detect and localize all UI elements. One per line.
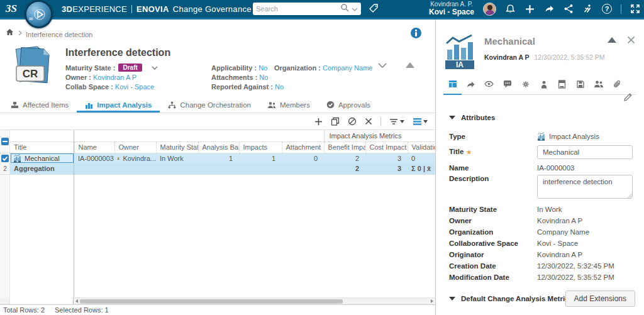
col-title[interactable]: Title xyxy=(10,141,74,153)
search-icon[interactable] xyxy=(340,3,349,14)
change-request-type-icon: CR xyxy=(9,43,58,99)
type-value: Impact Analysis xyxy=(537,132,599,141)
header-properties-col2: Applicability : No Attachments : No Repo… xyxy=(211,63,284,91)
table-toolbar xyxy=(0,113,435,130)
selected-title-cell[interactable]: Mechanical xyxy=(11,153,74,163)
header-properties-col1: Maturity State : Draft Owner : Kovindran… xyxy=(65,63,158,91)
search-options-chevron-icon[interactable] xyxy=(352,3,358,14)
filter-menu-button[interactable] xyxy=(389,118,404,126)
frozen-column-divider[interactable] xyxy=(74,130,74,297)
col-cost-impact[interactable]: Cost Impact xyxy=(365,141,408,153)
horizontal-scrollbar[interactable] xyxy=(74,297,435,304)
affected-items-icon xyxy=(11,101,19,109)
tab-content-file-icon[interactable] xyxy=(571,80,589,95)
aggregation-cost-impact: 3 xyxy=(365,163,408,174)
table-status-bar: Total Rows: 2 Selected Rows: 1 xyxy=(0,304,435,315)
app-module-name[interactable]: Change Governance xyxy=(173,4,252,14)
col-analysis-basis[interactable]: Analysis Basis xyxy=(198,141,239,153)
add-extensions-button[interactable]: Add Extensions xyxy=(565,290,635,307)
cell-maturity-state: In Work xyxy=(156,153,198,163)
tab-history-document-icon[interactable] xyxy=(553,80,571,95)
panel-collapse-icon[interactable] xyxy=(608,37,616,43)
tab-visibility-eye-icon[interactable] xyxy=(480,80,498,95)
owner-field-label: Owner xyxy=(449,217,537,224)
share-arrow-icon[interactable] xyxy=(544,4,555,14)
cell-name: IA-0000003 xyxy=(74,153,114,163)
collab-space-value-link[interactable]: Kovi - Space xyxy=(115,83,154,91)
user-menu[interactable]: Kovindran A. P. Kovi - Space xyxy=(429,1,474,16)
maturity-chevron-down-icon[interactable] xyxy=(151,64,158,72)
home-icon[interactable] xyxy=(6,27,14,38)
table-row-mechanical[interactable]: Mechanical IA-0000003 Kovindra... xyxy=(0,153,435,163)
total-rows-status: Total Rows: 2 xyxy=(3,306,45,314)
tag-icon[interactable] xyxy=(369,3,379,14)
search-input[interactable] xyxy=(256,5,340,13)
column-view-menu-button[interactable] xyxy=(413,118,428,126)
tab-impact-analysis[interactable]: Impact Analysis xyxy=(77,99,160,113)
3dswym-community-icon[interactable] xyxy=(582,4,593,14)
tab-properties-icon[interactable] xyxy=(443,80,462,95)
tab-change-orchestration[interactable]: Change Orchestration xyxy=(160,99,259,113)
description-label: Description xyxy=(449,175,537,182)
section-collapse-triangle-icon xyxy=(449,297,455,301)
originator-label: Originator xyxy=(449,251,537,258)
description-textarea[interactable]: interference detection xyxy=(537,175,633,199)
scroll-left-arrow[interactable] xyxy=(74,298,80,304)
owner-field-value: Kovindran A P xyxy=(537,217,582,224)
properties-panel: Mechanical Kovindran A P 12/30/2022, 5:3… xyxy=(435,19,644,315)
header-expand-chevron-icon[interactable] xyxy=(377,60,387,71)
add-row-button[interactable] xyxy=(314,118,323,126)
user-avatar[interactable] xyxy=(483,3,496,16)
deactivate-button[interactable] xyxy=(348,117,357,126)
col-validation[interactable]: Validation xyxy=(408,141,435,153)
header-collapse-icon[interactable] xyxy=(406,62,414,68)
add-content-plus-icon[interactable] xyxy=(525,4,535,14)
breadcrumb-current[interactable]: Interference detection xyxy=(26,31,92,38)
col-owner[interactable]: Owner xyxy=(114,141,156,153)
info-icon[interactable] xyxy=(411,28,421,38)
breadcrumb: Interference detection xyxy=(0,19,435,41)
collab-space-label: Collab Space : xyxy=(65,83,113,91)
members-icon xyxy=(267,101,276,109)
cell-benefit-impact: 2 xyxy=(324,153,365,163)
col-benefit-impact[interactable]: Benefit Impact xyxy=(324,141,365,153)
tab-comments-icon[interactable] xyxy=(498,80,516,95)
aggregation-validation: Σ 0 | x̄ xyxy=(408,163,435,174)
panel-tab-strip xyxy=(443,80,636,95)
tab-approvals[interactable]: Approvals xyxy=(318,99,379,113)
compass-logo-icon[interactable]: 3D xyxy=(25,0,53,28)
tab-collaborators-people-icon[interactable] xyxy=(589,80,608,95)
cell-attachment: 0 xyxy=(282,153,324,163)
share-network-icon[interactable] xyxy=(564,4,574,14)
tab-affected-items[interactable]: Affected Items xyxy=(3,99,77,113)
col-name[interactable]: Name xyxy=(74,141,114,153)
main-area: Interference detection CR Interference d… xyxy=(0,19,435,315)
panel-close-icon[interactable] xyxy=(627,36,635,44)
col-maturity-state[interactable]: Maturity State xyxy=(156,141,198,153)
toolbar-divider xyxy=(380,117,381,126)
fullscreen-expand-icon[interactable] xyxy=(630,4,640,14)
duplicate-button[interactable] xyxy=(331,117,340,126)
tab-owner-person-icon[interactable] xyxy=(535,80,553,95)
section-attributes[interactable]: Attributes xyxy=(443,114,636,121)
edit-pencil-icon[interactable] xyxy=(623,92,633,104)
remove-button[interactable] xyxy=(365,118,372,125)
3ds-logo-icon[interactable]: 3S xyxy=(4,1,22,18)
scrollbar-thumb[interactable] xyxy=(80,299,343,304)
tab-members[interactable]: Members xyxy=(259,99,318,113)
tab-share-icon[interactable] xyxy=(462,80,480,95)
notifications-bell-icon[interactable] xyxy=(505,4,516,14)
organization-value-link[interactable]: Company Name xyxy=(323,64,372,72)
row-checkbox[interactable] xyxy=(1,155,9,162)
collaborative-space-value: Kovi - Space xyxy=(537,240,578,247)
col-attachment[interactable]: Attachment xyxy=(282,141,324,153)
col-impacts[interactable]: Impacts xyxy=(239,141,282,153)
select-all-checkbox[interactable] xyxy=(1,138,9,145)
owner-value-link[interactable]: Kovindran A P xyxy=(93,74,136,81)
cell-title[interactable]: Mechanical xyxy=(10,153,74,163)
title-input[interactable] xyxy=(537,145,633,159)
organization-field-value: Company Name xyxy=(537,228,589,236)
tab-relations-icon[interactable] xyxy=(516,80,535,95)
help-icon[interactable]: ? xyxy=(602,4,612,14)
scroll-right-arrow[interactable] xyxy=(429,298,435,304)
